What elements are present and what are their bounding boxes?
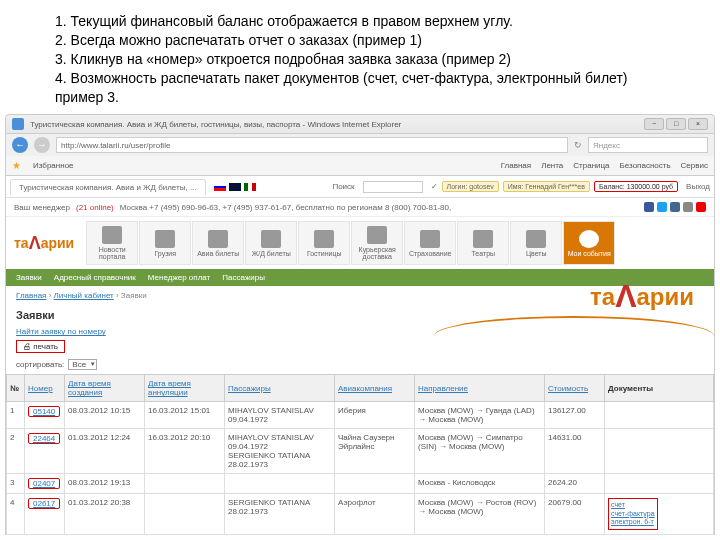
browser-search[interactable]: Яндекс <box>588 137 708 153</box>
browser-titlebar: Туристическая компания. Авиа и ЖД билеты… <box>5 114 715 134</box>
green-nav-address[interactable]: Адресный справочник <box>54 273 136 282</box>
site-search-input[interactable] <box>363 181 423 193</box>
th-cancelled[interactable]: Дата время аннуляции <box>145 375 225 402</box>
table-row: 10514008.03.2012 10:1516.03.2012 15:01MI… <box>7 402 714 429</box>
name-badge: Имя: Геннадий Ген***ев <box>503 181 590 192</box>
fav-item[interactable]: Безопасность <box>620 161 671 170</box>
cell-docs <box>605 474 714 494</box>
th-docs: Документы <box>605 375 714 402</box>
breadcrumb-cabinet[interactable]: Личный кабинет <box>54 291 114 300</box>
cell-created: 01.03.2012 20:38 <box>65 494 145 534</box>
close-button[interactable]: × <box>688 118 708 130</box>
order-link[interactable]: 05140 <box>28 406 60 417</box>
cell-direction: Москва (MOW) → Симпатро (SIN) → Москва (… <box>415 429 545 474</box>
print-button[interactable]: 🖨 печать <box>16 340 65 353</box>
cell-direction: Москва (MOW) → Ростов (ROV) → Москва (MO… <box>415 494 545 534</box>
breadcrumb-home[interactable]: Главная <box>16 291 46 300</box>
page-tabs: Туристическая компания. Авиа и ЖД билеты… <box>6 176 714 198</box>
cell-airline: Иберия <box>335 402 415 429</box>
sort-label: сортировать: <box>16 360 64 369</box>
green-nav-passengers[interactable]: Пассажиры <box>222 273 265 282</box>
orders-table: № Номер Дата время создания Дата время а… <box>6 374 714 534</box>
social-vk-icon[interactable] <box>670 202 680 212</box>
back-button[interactable]: ← <box>12 137 28 153</box>
balance-badge: Баланс: 130000.00 руб <box>594 181 678 192</box>
instruction-line: 4. Возможность распечатать пакет докумен… <box>55 69 665 107</box>
plane-icon <box>155 230 175 248</box>
star-icon[interactable]: ★ <box>12 160 21 171</box>
th-created[interactable]: Дата время создания <box>65 375 145 402</box>
cell-created: 08.03.2012 10:15 <box>65 402 145 429</box>
th-airline[interactable]: Авиакомпания <box>335 375 415 402</box>
flag-it[interactable] <box>244 183 256 191</box>
table-row: 22246401.03.2012 12:2416.03.2012 20:10MI… <box>7 429 714 474</box>
green-nav-payments[interactable]: Менеджер оплат <box>148 273 210 282</box>
window-title: Туристическая компания. Авиа и ЖД билеты… <box>30 120 638 129</box>
order-link[interactable]: 02407 <box>28 478 60 489</box>
fav-item[interactable]: Лента <box>541 161 563 170</box>
brand-logo[interactable]: таΛарии <box>14 233 74 254</box>
cell-docs <box>605 429 714 474</box>
nav-courier[interactable]: Курьерская доставка <box>351 221 403 265</box>
fav-item[interactable]: Главная <box>501 161 531 170</box>
nav-insurance[interactable]: Страхование <box>404 221 456 265</box>
nav-train[interactable]: Ж/Д билеты <box>245 221 297 265</box>
docs-link[interactable]: счетсчет-фактураэлектрон. б-т <box>608 498 658 529</box>
sort-select[interactable]: Все <box>68 359 97 370</box>
url-input[interactable]: http://www.talarii.ru/user/profile <box>56 137 568 153</box>
cell-direction: Москва (MOW) → Гуанда (LAD) → Москва (MO… <box>415 402 545 429</box>
flower-icon <box>526 230 546 248</box>
phones: Москва +7 (495) 690-96-63, +7 (495) 937-… <box>120 203 451 212</box>
forward-button[interactable]: → <box>34 137 50 153</box>
social-fb-icon[interactable] <box>644 202 654 212</box>
cell-airline: Чайна Саузерн Эйрлайнс <box>335 429 415 474</box>
search-label: Поиск <box>332 182 354 191</box>
hotel-icon <box>314 230 334 248</box>
nav-news[interactable]: Новости портала <box>86 221 138 265</box>
sort-row: сортировать: Все <box>6 355 714 374</box>
fav-item[interactable]: Сервис <box>681 161 708 170</box>
nav-flowers[interactable]: Цветы <box>510 221 562 265</box>
th-direction[interactable]: Направление <box>415 375 545 402</box>
favorites-bar: ★ Избранное Главная Лента Страница Безоп… <box>5 156 715 176</box>
watermark-logo: таΛарии <box>590 278 694 315</box>
social-tw-icon[interactable] <box>657 202 667 212</box>
instruction-block: 1. Текущий финансовый баланс отображаетс… <box>0 0 720 114</box>
flag-en[interactable] <box>229 183 241 191</box>
nav-avia[interactable]: Авиа билеты <box>192 221 244 265</box>
page-tab[interactable]: Туристическая компания. Авиа и ЖД билеты… <box>10 179 206 195</box>
green-nav-orders[interactable]: Заявки <box>16 273 42 282</box>
t-icon <box>579 230 599 248</box>
th-passengers[interactable]: Пассажиры <box>225 375 335 402</box>
social-rss-icon[interactable] <box>696 202 706 212</box>
nav-theatre[interactable]: Театры <box>457 221 509 265</box>
theatre-icon <box>473 230 493 248</box>
manager-label: Ваш менеджер <box>14 203 70 212</box>
ticket-icon <box>208 230 228 248</box>
favorites-label[interactable]: Избранное <box>33 161 74 170</box>
order-link[interactable]: 22464 <box>28 433 60 444</box>
cell-cancelled <box>145 494 225 534</box>
exit-link[interactable]: Выход <box>686 182 710 191</box>
cell-cost: 14631.00 <box>545 429 605 474</box>
th-order[interactable]: Номер <box>25 375 65 402</box>
cell-cancelled: 16.03.2012 15:01 <box>145 402 225 429</box>
maximize-button[interactable]: □ <box>666 118 686 130</box>
cell-passengers: SERGIENKO TATIANA 28.02.1973 <box>225 494 335 534</box>
car-icon <box>367 226 387 244</box>
news-icon <box>102 226 122 244</box>
minimize-button[interactable]: − <box>644 118 664 130</box>
instruction-line: 1. Текущий финансовый баланс отображаетс… <box>55 12 665 31</box>
flag-ru[interactable] <box>214 183 226 191</box>
order-link[interactable]: 02617 <box>28 498 60 509</box>
nav-hotel[interactable]: Гостиницы <box>298 221 350 265</box>
social-mail-icon[interactable] <box>683 202 693 212</box>
nav-georgia[interactable]: Грузия <box>139 221 191 265</box>
lang-flags <box>214 183 256 191</box>
cell-direction: Москва - Кисловодск <box>415 474 545 494</box>
nav-events[interactable]: Мои события <box>563 221 615 265</box>
fav-item[interactable]: Страница <box>573 161 609 170</box>
browser-icon <box>12 118 24 130</box>
cell-passengers: MIHAYLOV STANISLAV 09.04.1972 <box>225 402 335 429</box>
th-cost[interactable]: Стоимость <box>545 375 605 402</box>
